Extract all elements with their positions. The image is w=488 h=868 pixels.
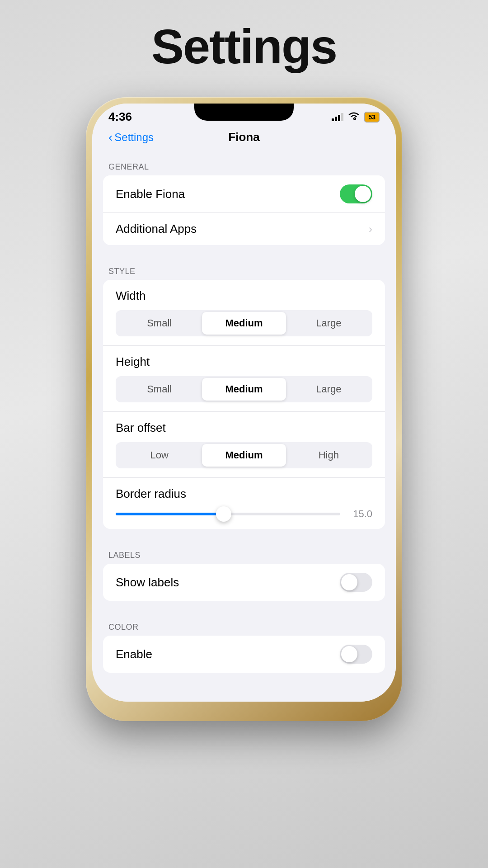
- back-label: Settings: [114, 131, 154, 144]
- notch: [194, 104, 294, 121]
- width-medium[interactable]: Medium: [202, 312, 286, 335]
- show-labels-toggle[interactable]: [340, 573, 372, 592]
- width-label: Width: [116, 289, 372, 303]
- bar-offset-medium[interactable]: Medium: [202, 444, 286, 467]
- section-label-style: STYLE: [92, 256, 396, 280]
- back-button[interactable]: ‹ Settings: [108, 130, 154, 145]
- nav-bar: ‹ Settings Fiona: [92, 127, 396, 151]
- width-segmented-control: Small Medium Large: [116, 310, 372, 336]
- bar-offset-segmented-control: Low Medium High: [116, 442, 372, 468]
- height-block: Height Small Medium Large: [103, 345, 385, 411]
- style-card: Width Small Medium Large Height Small Me…: [103, 280, 385, 529]
- signal-bars-icon: [332, 113, 343, 121]
- labels-settings-group: Show labels: [103, 564, 385, 601]
- color-settings-group: Enable: [103, 636, 385, 673]
- toggle-thumb: [355, 186, 371, 202]
- slider-fill: [116, 513, 224, 515]
- section-label-general: GENERAL: [92, 151, 396, 175]
- general-settings-group: Enable Fiona Additional Apps ›: [103, 175, 385, 245]
- border-radius-label: Border radius: [116, 487, 372, 501]
- show-labels-toggle-thumb: [341, 574, 357, 590]
- enable-fiona-row: Enable Fiona: [103, 175, 385, 212]
- height-segmented-control: Small Medium Large: [116, 376, 372, 402]
- bar-offset-block: Bar offset Low Medium High: [103, 411, 385, 477]
- slider-track[interactable]: [116, 513, 340, 515]
- page-title: Settings: [151, 18, 337, 75]
- bar-offset-low[interactable]: Low: [117, 444, 201, 467]
- color-enable-label: Enable: [116, 647, 152, 661]
- enable-fiona-toggle[interactable]: [340, 184, 372, 203]
- back-chevron-icon: ‹: [108, 130, 113, 145]
- section-label-color: COLOR: [92, 612, 396, 636]
- battery-icon: 53: [364, 112, 380, 123]
- status-time: 4:36: [108, 110, 132, 124]
- bar-offset-high[interactable]: High: [287, 444, 371, 467]
- wifi-icon: [348, 111, 360, 123]
- section-label-labels: LABELS: [92, 540, 396, 564]
- color-enable-toggle[interactable]: [340, 645, 372, 664]
- slider-value: 15.0: [347, 508, 372, 520]
- border-radius-slider-row: 15.0: [116, 508, 372, 520]
- show-labels-label: Show labels: [116, 576, 179, 590]
- height-small[interactable]: Small: [117, 378, 201, 401]
- chevron-right-icon: ›: [369, 223, 372, 236]
- bar-offset-label: Bar offset: [116, 421, 372, 435]
- phone-shell: 4:36 53: [86, 97, 402, 721]
- height-medium[interactable]: Medium: [202, 378, 286, 401]
- color-enable-row: Enable: [103, 636, 385, 673]
- slider-thumb[interactable]: [216, 506, 231, 522]
- height-label: Height: [116, 355, 372, 369]
- nav-title: Fiona: [228, 130, 259, 144]
- height-large[interactable]: Large: [287, 378, 371, 401]
- width-small[interactable]: Small: [117, 312, 201, 335]
- border-radius-block: Border radius 15.0: [103, 477, 385, 529]
- additional-apps-row[interactable]: Additional Apps ›: [103, 212, 385, 245]
- scroll-content: GENERAL Enable Fiona Additional Apps › S…: [92, 151, 396, 702]
- status-icons: 53: [332, 111, 380, 123]
- phone-inner: 4:36 53: [92, 104, 396, 702]
- additional-apps-label: Additional Apps: [116, 222, 197, 236]
- color-enable-toggle-thumb: [341, 646, 357, 662]
- show-labels-row: Show labels: [103, 564, 385, 601]
- enable-fiona-label: Enable Fiona: [116, 187, 185, 201]
- width-block: Width Small Medium Large: [103, 280, 385, 345]
- width-large[interactable]: Large: [287, 312, 371, 335]
